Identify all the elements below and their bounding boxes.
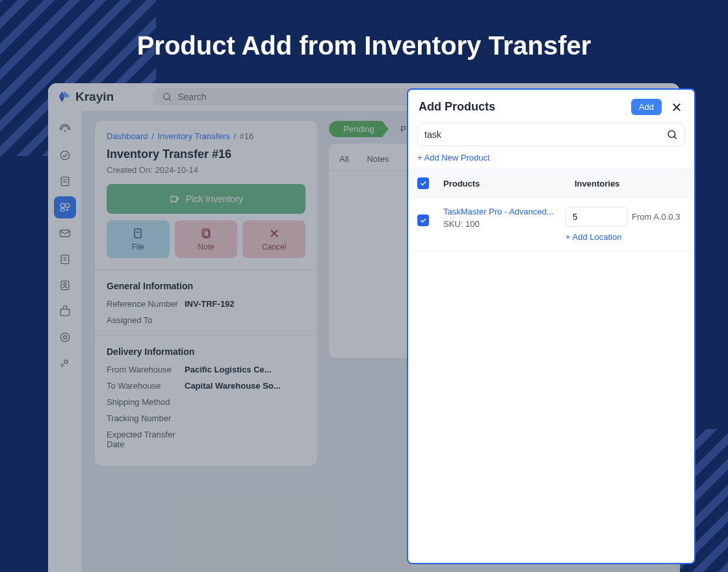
transfer-details-card: Dashboard / Inventory Transfers / #16 In… <box>95 121 317 466</box>
sidebar-item-products[interactable] <box>54 300 76 322</box>
svg-rect-18 <box>135 229 141 237</box>
cancel-icon <box>268 227 281 240</box>
modal-search[interactable] <box>417 123 685 146</box>
search-icon <box>162 92 172 102</box>
sidebar-item-leads[interactable] <box>54 144 76 166</box>
sidebar <box>48 110 82 572</box>
outer-page-title: Product Add from Inventory Transfer <box>0 0 728 80</box>
add-location-link[interactable]: + Add Location <box>566 232 685 242</box>
product-name-link[interactable]: TaskMaster Pro - Advanced... <box>443 207 566 216</box>
brand-logo-icon <box>57 90 72 104</box>
svg-point-17 <box>60 333 69 341</box>
svg-rect-10 <box>60 230 70 237</box>
from-warehouse-value: Pacific Logistics Ce... <box>185 365 272 374</box>
modal-table-header: Products Inventories <box>408 169 694 198</box>
reference-value: INV-TRF-192 <box>185 299 235 309</box>
sidebar-item-configure[interactable] <box>54 352 76 374</box>
expected-date-label: Expected Transfer Date <box>107 430 185 449</box>
delivery-info-title: Delivery Information <box>107 346 306 357</box>
breadcrumb-dashboard[interactable]: Dashboard <box>107 131 148 141</box>
sidebar-item-inventory[interactable] <box>54 196 76 218</box>
search-icon <box>666 129 678 140</box>
cancel-button[interactable]: Cancel <box>242 220 306 258</box>
add-products-modal: Add Products Add + Add New Product Produ… <box>407 88 696 564</box>
close-button[interactable] <box>670 100 684 114</box>
column-inventories: Inventories <box>575 179 685 188</box>
transfer-heading: Inventory Transfer #16 <box>107 148 306 161</box>
svg-rect-8 <box>66 203 70 207</box>
svg-rect-11 <box>61 255 69 263</box>
sidebar-item-dashboard[interactable] <box>54 118 76 140</box>
note-icon <box>200 227 213 240</box>
file-icon <box>131 227 144 240</box>
general-info-title: General Information <box>107 281 306 291</box>
breadcrumb: Dashboard / Inventory Transfers / #16 <box>107 131 306 141</box>
svg-point-16 <box>64 336 67 339</box>
created-on: Created On: 2024-10-14 <box>107 165 306 175</box>
svg-line-1 <box>169 99 171 101</box>
from-warehouse-label: From Warehouse <box>107 365 185 374</box>
select-all-checkbox[interactable] <box>417 177 429 189</box>
search-placeholder: Search <box>177 92 206 102</box>
assigned-label: Assigned To <box>107 315 185 325</box>
to-warehouse-label: To Warehouse <box>107 381 185 391</box>
tab-all[interactable]: All <box>337 150 351 170</box>
svg-rect-7 <box>60 203 64 207</box>
svg-point-26 <box>668 131 675 138</box>
svg-point-15 <box>64 283 66 285</box>
breadcrumb-current: #16 <box>240 131 254 141</box>
note-button[interactable]: Note <box>175 220 238 258</box>
brand-name: Krayin <box>75 90 114 104</box>
brand-logo: Krayin <box>57 90 114 104</box>
status-badge: Pending <box>329 121 389 137</box>
reference-label: Reference Number <box>107 299 185 309</box>
svg-point-0 <box>164 94 170 99</box>
sidebar-item-activities[interactable] <box>54 248 76 270</box>
from-location: From A.0.0.3 <box>632 212 680 222</box>
sidebar-item-quotes[interactable] <box>54 170 76 192</box>
table-row: TaskMaster Pro - Advanced... SKU: 100 Fr… <box>408 198 694 252</box>
file-button[interactable]: File <box>107 220 170 258</box>
svg-point-3 <box>60 151 69 159</box>
pick-inventory-button[interactable]: Pick Inventory <box>107 184 306 214</box>
svg-rect-4 <box>61 177 69 185</box>
sidebar-item-contacts[interactable] <box>54 274 76 296</box>
shipping-method-label: Shipping Method <box>107 397 185 407</box>
column-products: Products <box>443 179 575 188</box>
modal-search-input[interactable] <box>424 129 666 140</box>
svg-rect-9 <box>60 209 64 211</box>
add-new-product-link[interactable]: + Add New Product <box>408 153 694 169</box>
global-search[interactable]: Search <box>153 88 426 106</box>
add-button[interactable]: Add <box>631 99 662 115</box>
modal-title: Add Products <box>419 100 495 114</box>
sidebar-item-settings[interactable] <box>54 326 76 348</box>
tracking-number-label: Tracking Number <box>107 413 185 423</box>
svg-point-2 <box>64 130 66 132</box>
product-sku: SKU: 100 <box>443 219 566 229</box>
svg-line-27 <box>674 136 676 138</box>
quantity-input[interactable] <box>566 207 628 227</box>
row-checkbox[interactable] <box>417 214 429 226</box>
breadcrumb-transfers[interactable]: Inventory Transfers <box>157 131 229 141</box>
close-icon <box>671 101 682 113</box>
tab-notes[interactable]: Notes <box>364 150 391 170</box>
pick-icon <box>169 193 181 205</box>
to-warehouse-value: Capital Warehouse So... <box>185 381 281 391</box>
sidebar-item-mail[interactable] <box>54 222 76 244</box>
